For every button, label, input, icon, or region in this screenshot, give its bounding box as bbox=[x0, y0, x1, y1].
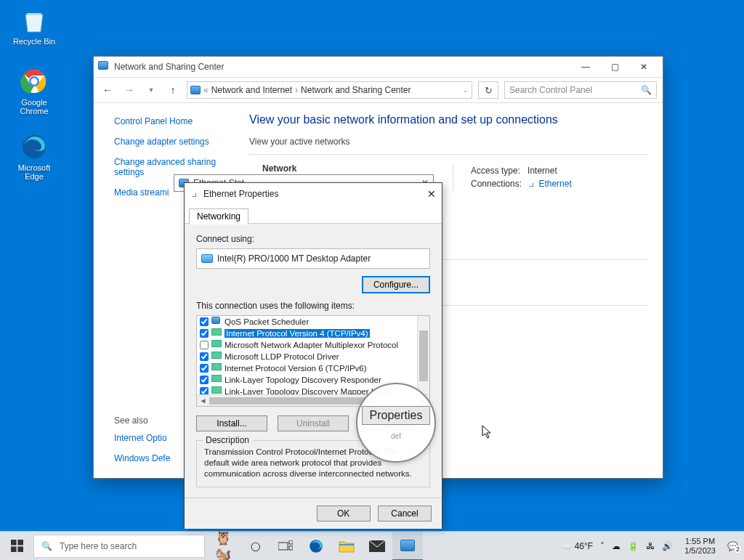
scroll-thumb[interactable] bbox=[419, 330, 428, 381]
svg-rect-12 bbox=[339, 544, 354, 545]
scroll-thumb[interactable] bbox=[209, 397, 376, 405]
start-button[interactable] bbox=[0, 532, 33, 561]
connection-link[interactable]: Ethernet bbox=[538, 179, 571, 189]
list-item[interactable]: QoS Packet Scheduler bbox=[197, 316, 429, 328]
scroll-right-button[interactable]: ► bbox=[417, 397, 429, 405]
nav-forward-button[interactable]: → bbox=[121, 82, 137, 98]
item-checkbox[interactable] bbox=[200, 352, 209, 361]
access-type-value: Internet bbox=[527, 165, 576, 176]
desktop-icon-recycle-bin[interactable]: Recycle Bin bbox=[9, 6, 60, 46]
adapter-field[interactable]: Intel(R) PRO/1000 MT Desktop Adapter bbox=[196, 248, 430, 269]
cancel-button[interactable]: Cancel bbox=[378, 506, 432, 522]
desktop-icon-label: Recycle Bin bbox=[9, 37, 60, 46]
desktop-icon-edge[interactable]: Microsoft Edge bbox=[9, 132, 60, 181]
close-button[interactable]: ✕ bbox=[629, 57, 658, 77]
ethernet-properties-dialog: ⯾ Ethernet Properties ✕ Networking Conne… bbox=[184, 182, 442, 528]
taskbar-search[interactable]: 🔍 Type here to search bbox=[33, 535, 205, 558]
tray-overflow-icon[interactable]: ˄ bbox=[600, 541, 604, 551]
desktop-icon-label: Google Chrome bbox=[9, 98, 60, 115]
taskbar-app-news[interactable]: 🦉🐿️ bbox=[209, 532, 240, 561]
taskbar-clock[interactable]: 1:55 PM 1/5/2023 bbox=[680, 537, 720, 554]
scroll-left-button[interactable]: ◄ bbox=[197, 397, 209, 405]
sidebar-link-adapter-settings[interactable]: Change adapter settings bbox=[114, 137, 233, 147]
close-button[interactable]: ✕ bbox=[427, 188, 436, 200]
connections-label: Connections: bbox=[471, 178, 526, 190]
description-group: Description Transmission Control Protoco… bbox=[196, 440, 430, 487]
list-item[interactable]: Microsoft LLDP Protocol Driver bbox=[197, 351, 429, 362]
configure-button[interactable]: Configure... bbox=[362, 276, 430, 293]
vertical-scrollbar[interactable] bbox=[417, 316, 429, 396]
search-box[interactable]: Search Control Panel 🔍 bbox=[504, 81, 657, 99]
dialog-titlebar[interactable]: ⯾ Ethernet Properties ✕ bbox=[185, 183, 442, 205]
weather-widget[interactable]: ☁️ 46°F bbox=[561, 541, 593, 551]
install-button[interactable]: Install... bbox=[196, 415, 267, 431]
maximize-button[interactable]: ▢ bbox=[600, 57, 629, 77]
scheduler-icon bbox=[211, 317, 222, 327]
taskbar: 🔍 Type here to search 🦉🐿️ ◯ ☁️ 46°F ˄ ☁ … bbox=[0, 531, 744, 560]
desktop-icon-chrome[interactable]: Google Chrome bbox=[9, 67, 60, 115]
tray-battery-icon[interactable]: 🔋 bbox=[628, 541, 639, 551]
window-title: Network and Sharing Center bbox=[114, 62, 224, 72]
item-checkbox[interactable] bbox=[200, 341, 209, 349]
tab-networking[interactable]: Networking bbox=[189, 208, 248, 224]
protocol-icon bbox=[211, 363, 222, 373]
notifications-button[interactable]: 💬2 bbox=[727, 541, 738, 551]
svg-rect-10 bbox=[289, 546, 293, 550]
item-checkbox[interactable] bbox=[200, 317, 209, 326]
item-label: Link-Layer Topology Discovery Responder bbox=[225, 376, 381, 384]
addr-icon bbox=[190, 86, 201, 94]
chrome-icon bbox=[20, 67, 49, 96]
horizontal-scrollbar[interactable]: ◄ ► bbox=[197, 394, 429, 406]
taskbar-cortana[interactable]: ◯ bbox=[240, 532, 270, 561]
address-bar[interactable]: « Network and Internet › Network and Sha… bbox=[187, 81, 472, 99]
taskbar-app-edge[interactable] bbox=[301, 532, 331, 561]
tray-network-icon[interactable]: 🖧 bbox=[646, 541, 655, 551]
item-label: Microsoft Network Adapter Multiplexor Pr… bbox=[225, 341, 398, 349]
system-tray: ☁️ 46°F ˄ ☁ 🔋 🖧 🔊 1:55 PM 1/5/2023 💬2 bbox=[561, 537, 744, 554]
list-item[interactable]: Microsoft Network Adapter Multiplexor Pr… bbox=[197, 339, 429, 351]
adapter-name: Intel(R) PRO/1000 MT Desktop Adapter bbox=[217, 253, 371, 264]
nic-icon bbox=[201, 254, 213, 263]
nav-up-button[interactable]: ↑ bbox=[165, 82, 181, 98]
network-name: Network bbox=[262, 163, 296, 174]
active-networks-label: View your active networks bbox=[249, 137, 648, 150]
desktop-icon-label: Microsoft Edge bbox=[9, 163, 60, 181]
minimize-button[interactable]: — bbox=[571, 57, 600, 77]
nav-recent-button[interactable]: ▼ bbox=[143, 82, 159, 98]
svg-rect-6 bbox=[11, 546, 17, 552]
item-label: Internet Protocol Version 6 (TCP/IPv6) bbox=[225, 364, 367, 373]
page-heading: View your basic network information and … bbox=[249, 113, 648, 126]
chevron-down-icon[interactable]: ⌄ bbox=[463, 86, 469, 94]
item-checkbox[interactable] bbox=[200, 364, 209, 373]
control-panel-home-link[interactable]: Control Panel Home bbox=[114, 116, 233, 126]
svg-rect-9 bbox=[289, 540, 293, 544]
properties-button[interactable]: Properties bbox=[359, 415, 430, 431]
list-item[interactable]: Internet Protocol Version 4 (TCP/IPv4) bbox=[197, 328, 429, 339]
ok-button[interactable]: OK bbox=[317, 506, 371, 522]
tray-onedrive-icon[interactable]: ☁ bbox=[612, 541, 620, 551]
breadcrumb-item[interactable]: Network and Internet bbox=[211, 85, 292, 95]
items-listbox[interactable]: QoS Packet SchedulerInternet Protocol Ve… bbox=[196, 315, 430, 407]
recycle-bin-icon bbox=[20, 6, 49, 35]
clock-time: 1:55 PM bbox=[684, 537, 716, 545]
chevron-icon: « bbox=[203, 85, 209, 95]
list-item[interactable]: Internet Protocol Version 6 (TCP/IPv6) bbox=[197, 362, 429, 374]
svg-rect-4 bbox=[11, 540, 17, 545]
window-titlebar[interactable]: Network and Sharing Center — ▢ ✕ bbox=[94, 57, 663, 77]
protocol-icon bbox=[211, 352, 222, 362]
refresh-button[interactable]: ↻ bbox=[478, 81, 498, 99]
protocol-icon bbox=[211, 328, 222, 338]
taskbar-app-mail[interactable] bbox=[362, 532, 392, 561]
protocol-icon bbox=[211, 340, 222, 350]
item-checkbox[interactable] bbox=[200, 376, 209, 384]
taskbar-taskview[interactable] bbox=[270, 532, 301, 561]
breadcrumb-item[interactable]: Network and Sharing Center bbox=[301, 85, 411, 95]
taskbar-app-control-panel[interactable] bbox=[392, 532, 423, 561]
list-item[interactable]: Link-Layer Topology Discovery Responder bbox=[197, 374, 429, 386]
tray-volume-icon[interactable]: 🔊 bbox=[662, 541, 673, 551]
nav-back-button[interactable]: ← bbox=[100, 82, 116, 98]
protocol-icon bbox=[211, 375, 222, 385]
item-checkbox[interactable] bbox=[200, 329, 209, 338]
ethernet-icon: ⯾ bbox=[190, 189, 199, 199]
taskbar-app-explorer[interactable] bbox=[331, 532, 362, 561]
